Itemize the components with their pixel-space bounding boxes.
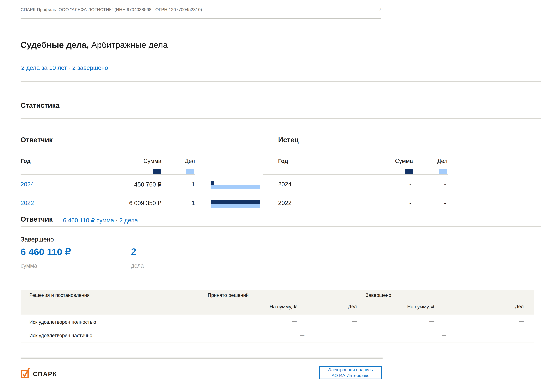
decisions-group-completed: Завершено bbox=[365, 292, 391, 298]
plaintiff-col-cases: Дел bbox=[437, 158, 447, 164]
page-number: 7 bbox=[379, 7, 381, 12]
divider-statistics bbox=[21, 118, 541, 119]
plaintiff-row-year: 2024 bbox=[278, 181, 292, 188]
decisions-row-separator bbox=[21, 342, 534, 343]
decisions-col-sum-completed: На сумму, ₽ bbox=[407, 304, 434, 310]
completed-sum-caption: сумма bbox=[21, 262, 37, 269]
defendant-summary-heading: Ответчик bbox=[21, 215, 52, 223]
plaintiff-row-cases: - bbox=[444, 181, 446, 188]
defendant-col-year: Год bbox=[21, 158, 30, 164]
plaintiff-col-year: Год bbox=[278, 158, 288, 164]
divider-summary bbox=[21, 226, 541, 227]
signature-line2: АО ИА Интерфакс bbox=[332, 373, 369, 378]
links-dot-separator: · bbox=[69, 64, 71, 71]
decisions-row-label: Иск удовлетворен частично bbox=[29, 333, 92, 338]
cases-summary-links: 2 дела за 10 лет · 2 завершено bbox=[21, 64, 108, 71]
decisions-col-cases-completed: Дел bbox=[515, 304, 524, 309]
defendant-row-year-link[interactable]: 2022 bbox=[21, 200, 34, 207]
decisions-header-band bbox=[21, 290, 534, 314]
defendant-row-cases: 1 bbox=[192, 200, 195, 207]
cell-dash: — bbox=[429, 332, 434, 338]
bar-2024-sum bbox=[211, 181, 214, 185]
completed-sum-value: 6 460 110 ₽ bbox=[21, 246, 71, 257]
footer-rule bbox=[21, 357, 383, 359]
plaintiff-heading: Истец bbox=[278, 136, 299, 144]
total-cases-link[interactable]: 2 дела за 10 лет bbox=[21, 64, 67, 71]
spark-check-icon bbox=[21, 367, 31, 380]
defendant-row-year-link[interactable]: 2024 bbox=[21, 181, 34, 188]
decisions-row-separator bbox=[21, 329, 534, 329]
page-title: Судебные дела, Арбитражные дела bbox=[21, 40, 168, 50]
page-title-secondary: Арбитражные дела bbox=[91, 40, 168, 50]
divider-top bbox=[21, 81, 541, 82]
defendant-cases-legend-swatch bbox=[186, 169, 194, 174]
plaintiff-col-sum: Сумма bbox=[395, 158, 413, 164]
cell-dash: — bbox=[352, 332, 357, 338]
finished-cases-link[interactable]: 2 завершено bbox=[72, 64, 108, 71]
defendant-heading: Ответчик bbox=[21, 136, 52, 144]
cell-dash-secondary: — bbox=[442, 333, 446, 338]
completed-cases-value: 2 bbox=[131, 246, 136, 257]
decisions-col-cases-decided: Дел bbox=[348, 304, 357, 309]
defendant-row-sum: 6 009 350 ₽ bbox=[129, 200, 161, 207]
defendant-sum-legend-swatch bbox=[153, 169, 161, 174]
defendant-row-sum: 450 760 ₽ bbox=[134, 181, 161, 188]
cell-dash: — bbox=[292, 319, 297, 324]
cell-dash: — bbox=[429, 319, 434, 324]
decisions-col-sum-decided: На сумму, ₽ bbox=[270, 304, 297, 310]
cell-dash-secondary: — bbox=[300, 333, 304, 338]
defendant-row-cases: 1 bbox=[192, 181, 195, 188]
bar-2022-cases bbox=[211, 204, 260, 208]
decisions-group-decided: Принято решений bbox=[208, 292, 249, 298]
bar-2024-cases bbox=[211, 185, 260, 189]
electronic-signature-stamp: Электронная подпись АО ИА Интерфакс bbox=[319, 366, 382, 379]
header-rule bbox=[21, 18, 381, 19]
plaintiff-table-rule bbox=[263, 174, 448, 175]
defendant-table-rule bbox=[21, 174, 195, 175]
plaintiff-row-sum: - bbox=[409, 200, 411, 207]
plaintiff-row-sum: - bbox=[409, 181, 411, 188]
cell-dash-secondary: — bbox=[300, 320, 304, 324]
defendant-col-cases: Дел bbox=[185, 158, 195, 164]
signature-line1: Электронная подпись bbox=[328, 367, 373, 373]
cell-dash: — bbox=[519, 319, 524, 324]
completed-label: Завершено bbox=[21, 236, 54, 243]
defendant-summary-cases-link[interactable]: 2 дела bbox=[119, 217, 138, 224]
page-header-profile-line: СПАРК-Профиль: ООО "АЛЬФА-ЛОГИСТИК" (ИНН… bbox=[21, 7, 202, 12]
defendant-col-sum: Сумма bbox=[144, 158, 161, 164]
page-title-primary: Судебные дела, bbox=[21, 40, 89, 50]
cell-dash: — bbox=[519, 332, 524, 338]
plaintiff-cases-legend-swatch bbox=[439, 169, 447, 174]
spark-brand-text: СПАРК bbox=[33, 371, 57, 378]
spark-logo bbox=[21, 367, 31, 380]
completed-cases-caption: дела bbox=[131, 262, 144, 269]
plaintiff-row-cases: - bbox=[444, 200, 446, 207]
decisions-col-label: Решения и постановления bbox=[29, 292, 90, 298]
defendant-summary-sum-link[interactable]: 6 460 110 ₽ сумма bbox=[63, 217, 114, 224]
statistics-heading: Статистика bbox=[21, 101, 59, 109]
decisions-row-label: Иск удовлетворен полностью bbox=[29, 319, 96, 325]
plaintiff-sum-legend-swatch bbox=[405, 169, 413, 174]
plaintiff-row-year: 2022 bbox=[278, 200, 292, 207]
defendant-summary-links: 6 460 110 ₽ сумма · 2 дела bbox=[63, 217, 138, 224]
bar-2022-sum bbox=[211, 200, 260, 204]
defendant-summary-dot: · bbox=[116, 217, 118, 224]
cell-dash: — bbox=[292, 332, 297, 338]
cell-dash-secondary: — bbox=[442, 320, 446, 324]
cell-dash: — bbox=[352, 319, 357, 324]
